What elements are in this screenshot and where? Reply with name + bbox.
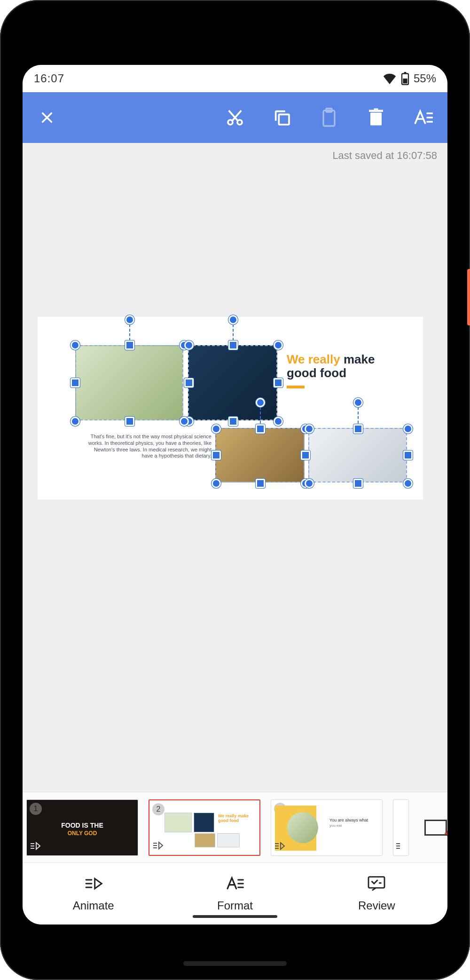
resize-handle[interactable]	[301, 450, 310, 460]
slide-image-1[interactable]	[75, 345, 183, 420]
resize-handle[interactable]	[212, 479, 221, 488]
svg-rect-2	[403, 79, 407, 84]
thumb-subtitle: ONLY GOD	[27, 830, 138, 837]
animation-indicator-icon	[274, 842, 285, 853]
home-indicator[interactable]	[193, 915, 277, 918]
animate-icon	[84, 876, 103, 894]
rotation-handle[interactable]	[125, 315, 134, 324]
resize-handle[interactable]	[274, 378, 283, 387]
svg-rect-10	[374, 109, 378, 110]
thumb-circle-image	[287, 812, 318, 843]
resize-handle[interactable]	[403, 424, 413, 434]
resize-handle[interactable]	[256, 479, 265, 488]
animate-tab[interactable]: Animate	[23, 863, 164, 925]
format-label: Format	[217, 899, 253, 912]
battery-percent: 55%	[414, 72, 436, 85]
slide-headline[interactable]: We really make good food	[287, 353, 375, 379]
resize-handle[interactable]	[212, 450, 221, 460]
resize-handle[interactable]	[184, 340, 194, 350]
svg-rect-11	[368, 877, 384, 888]
copy-button[interactable]	[272, 107, 292, 128]
review-label: Review	[358, 899, 395, 912]
text-format-button[interactable]	[413, 107, 433, 128]
headline-rest-2: good food	[287, 366, 346, 380]
status-time: 16:07	[34, 72, 383, 85]
screen: 16:07 55%	[23, 65, 447, 925]
resize-handle[interactable]	[212, 424, 221, 434]
slide-thumb-4-partial[interactable]	[393, 799, 409, 856]
resize-handle[interactable]	[125, 340, 134, 350]
resize-handle[interactable]	[184, 378, 194, 387]
slide-image-4[interactable]	[308, 428, 407, 482]
thumb-headline: We really make good food	[218, 814, 249, 823]
headline-rest-1: make	[344, 352, 375, 366]
resize-handle[interactable]	[70, 417, 80, 426]
thumb-mini-image	[217, 833, 240, 847]
resize-handle[interactable]	[228, 340, 238, 350]
svg-rect-8	[370, 113, 382, 126]
headline-underline	[287, 386, 305, 388]
slide-thumb-1[interactable]: 1 FOOD IS THE ONLY GOD	[26, 799, 138, 856]
thumb-subtext: you eat	[329, 823, 342, 828]
paste-button[interactable]	[319, 107, 339, 128]
format-icon	[226, 876, 244, 894]
new-slide-icon	[424, 820, 447, 836]
resize-handle[interactable]	[180, 417, 189, 426]
resize-handle[interactable]	[403, 450, 413, 460]
svg-point-4	[237, 120, 242, 125]
svg-rect-5	[279, 114, 289, 125]
rotation-handle[interactable]	[256, 398, 265, 407]
last-saved-label: Last saved at 16:07:58	[23, 143, 447, 162]
thumb-number: 2	[152, 803, 164, 815]
animation-indicator-icon	[395, 842, 407, 853]
wifi-icon	[383, 73, 397, 84]
review-tab[interactable]: Review	[306, 863, 447, 925]
thumb-title: FOOD IS THE	[27, 822, 138, 829]
resize-handle[interactable]	[353, 479, 363, 488]
resize-handle[interactable]	[305, 424, 314, 434]
slide-thumb-2[interactable]: 2 We really make good food	[149, 799, 260, 856]
svg-rect-6	[323, 111, 335, 126]
resize-handle[interactable]	[305, 479, 314, 488]
resize-handle[interactable]	[125, 417, 134, 426]
animation-indicator-icon	[30, 842, 41, 853]
resize-handle[interactable]	[256, 424, 265, 434]
resize-handle[interactable]	[353, 424, 363, 434]
speaker-grille-bottom	[183, 961, 287, 966]
thumb-mini-image	[195, 833, 215, 847]
thumb-mini-image	[194, 813, 214, 832]
svg-rect-1	[404, 72, 407, 74]
slide-thumbnail-strip[interactable]: 1 FOOD IS THE ONLY GOD 2 We really mak	[23, 792, 447, 862]
slide-canvas[interactable]: We really make good food That's fine, bu…	[23, 162, 447, 792]
headline-accent: We really	[287, 352, 340, 366]
device-frame: 16:07 55%	[0, 0, 470, 980]
animation-indicator-icon	[152, 841, 164, 852]
slide-body-text[interactable]: That's fine, but it's not the way most p…	[85, 434, 212, 459]
thumb-mini-image	[164, 813, 192, 832]
rotation-handle[interactable]	[228, 315, 238, 324]
battery-icon	[400, 72, 410, 85]
editor-toolbar	[23, 92, 447, 143]
close-button[interactable]	[37, 107, 57, 128]
slide-image-2[interactable]	[188, 345, 277, 420]
power-button-accent	[467, 269, 470, 325]
svg-rect-9	[369, 110, 383, 112]
resize-handle[interactable]	[70, 340, 80, 350]
rotation-handle[interactable]	[353, 398, 363, 407]
resize-handle[interactable]	[274, 340, 283, 350]
new-slide-button[interactable]	[419, 799, 447, 856]
slide-image-3[interactable]	[215, 428, 305, 482]
current-slide[interactable]: We really make good food That's fine, bu…	[38, 317, 423, 499]
slide-thumb-3[interactable]: 3 You are always what you eat	[271, 799, 383, 856]
resize-handle[interactable]	[403, 479, 413, 488]
resize-handle[interactable]	[70, 378, 80, 387]
delete-button[interactable]	[366, 107, 386, 128]
thumb-text: You are always what	[329, 818, 368, 822]
status-bar: 16:07 55%	[23, 65, 447, 92]
resize-handle[interactable]	[274, 417, 283, 426]
cut-button[interactable]	[225, 107, 245, 128]
review-icon	[367, 876, 386, 894]
thumb-number: 1	[30, 803, 42, 815]
animate-label: Animate	[73, 899, 114, 912]
resize-handle[interactable]	[228, 417, 238, 426]
